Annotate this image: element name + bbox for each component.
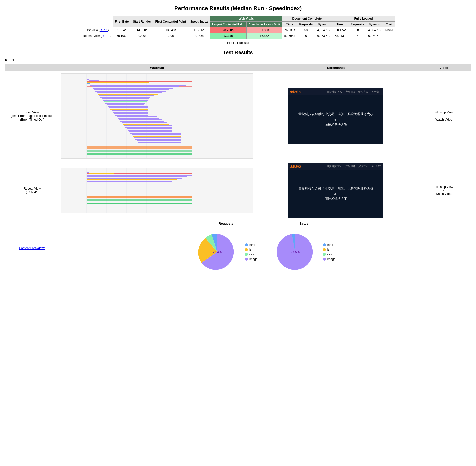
svg-rect-29 <box>110 109 148 110</box>
bytes-chart-and-legend: 97.5% html js <box>273 229 336 274</box>
legend-dot-css-bytes <box>323 253 326 256</box>
performance-table: First Byte Start Render First Contentful… <box>81 16 395 39</box>
svg-rect-71 <box>87 199 192 201</box>
cell-fv-start-render: 14.000s <box>131 27 153 33</box>
svg-rect-27 <box>108 106 148 107</box>
results-table: Waterfall Screenshot Video First View(Te… <box>5 64 471 276</box>
svg-rect-35 <box>118 118 159 119</box>
screenshot-logo-rv: 量投科技 <box>290 165 301 168</box>
legend-item-css-req: css <box>245 253 258 256</box>
cell-rv-cost <box>383 33 395 39</box>
legend-dot-html-req <box>245 243 248 246</box>
repeat-view-waterfall-img[interactable] <box>61 168 253 213</box>
svg-rect-40 <box>124 125 172 126</box>
svg-rect-46 <box>132 134 181 135</box>
cell-rv-doc-requests: 6 <box>297 33 315 39</box>
svg-rect-52 <box>87 146 192 149</box>
filmstrip-view-link-fv[interactable]: Filmstrip View <box>435 111 453 114</box>
svg-rect-33 <box>115 115 148 116</box>
svg-rect-63 <box>87 172 89 173</box>
svg-rect-12 <box>87 83 90 84</box>
svg-rect-41 <box>125 127 172 128</box>
col-header-fl-time: Time <box>332 22 348 27</box>
svg-rect-54 <box>87 153 192 155</box>
col-header-web-vitals: Web Vitals <box>210 16 282 22</box>
screenshot-logo: 量投科技 <box>290 90 301 94</box>
svg-rect-48 <box>134 137 181 138</box>
svg-rect-34 <box>117 116 157 117</box>
run1-link-fv[interactable]: Run 1 <box>100 28 108 32</box>
first-view-label: First View(Test Error: Page Load Timeout… <box>5 71 59 161</box>
col-header-doc-bytes: Bytes In <box>315 22 332 27</box>
svg-rect-39 <box>123 124 169 125</box>
svg-rect-17 <box>95 91 166 92</box>
screenshot-nav: 量投科技 首页 产品服务 解决方案 关于我们 <box>327 90 381 94</box>
col-header-speed-index: Speed Index <box>188 16 210 27</box>
legend-item-image-req: image <box>245 257 258 261</box>
svg-rect-32 <box>114 113 148 114</box>
content-breakdown-link[interactable]: Content Breakdown <box>19 246 45 250</box>
repeat-waterfall-svg <box>61 168 252 213</box>
svg-rect-53 <box>87 150 192 152</box>
first-view-screenshot-cell: 量投科技 量投科技 首页 产品服务 解决方案 关于我们 量投科技以金融行业交易、… <box>255 71 417 161</box>
cell-rv-lcp: 2.181s <box>210 33 247 39</box>
bytes-legend: html js css <box>323 243 336 261</box>
plot-full-results-link[interactable]: Plot Full Results <box>227 41 249 45</box>
cell-rv-doc-bytes: 6,273 KB <box>315 33 332 39</box>
screenshot-content: 量投科技以金融行业交易、清算、风险管理业务为核心面技术解决方案 <box>293 112 378 127</box>
col-header-doc-complete: Document Complete <box>282 16 332 22</box>
run1-link-rv[interactable]: Run 1 <box>102 34 110 38</box>
repeat-view-waterfall-cell <box>59 161 255 220</box>
cell-rv-fl-requests: 7 <box>348 33 366 39</box>
table-row: First View(Test Error: Page Load Timeout… <box>5 71 471 161</box>
content-breakdown-charts-cell: Requests <box>59 220 471 276</box>
results-col-waterfall: Waterfall <box>59 64 255 71</box>
svg-rect-51 <box>138 142 181 143</box>
filmstrip-view-link-rv[interactable]: Filmstrip View <box>435 185 453 189</box>
col-header-fl-requests: Requests <box>348 22 366 27</box>
col-header-lcp: Largest Contentful Paint <box>210 22 247 27</box>
col-header-doc-time: Time <box>282 22 297 27</box>
legend-item-html-bytes: html <box>323 243 336 247</box>
first-view-video-cell: Filmstrip View - Watch Video <box>417 71 471 161</box>
svg-rect-70 <box>87 196 192 198</box>
content-breakdown-row: Content Breakdown Requests <box>5 220 471 276</box>
svg-rect-67 <box>87 178 182 179</box>
cell-fv-lcp: 28.730s <box>210 27 247 33</box>
requests-chart-container: Requests <box>195 222 258 274</box>
first-view-waterfall-img[interactable] <box>61 73 253 159</box>
legend-label-js-req: js <box>249 248 252 251</box>
svg-rect-37 <box>120 121 164 122</box>
svg-rect-42 <box>127 128 172 129</box>
watch-video-link-fv[interactable]: Watch Video <box>435 118 452 121</box>
legend-dot-image-bytes <box>323 258 326 261</box>
svg-rect-26 <box>107 104 144 105</box>
content-breakdown-label-cell: Content Breakdown <box>5 220 59 276</box>
cell-rv-fcp: 1.998s <box>153 33 188 39</box>
svg-rect-24 <box>104 101 147 102</box>
watch-video-link-rv[interactable]: Watch Video <box>435 192 452 196</box>
row-label-first-view: First View (Run 1) <box>81 27 113 33</box>
test-results-title: Test Results <box>5 50 471 55</box>
col-header-cost: Cost <box>383 22 395 27</box>
svg-rect-18 <box>97 92 162 93</box>
legend-item-html-req: html <box>245 243 258 247</box>
cell-fv-cls: 31.853 <box>246 27 282 33</box>
cell-fv-doc-time: 76.030s <box>282 27 297 33</box>
results-col-video: Video <box>417 64 471 71</box>
legend-label-css-req: css <box>249 253 254 256</box>
cell-rv-start-render: 2.200s <box>131 33 153 39</box>
legend-item-js-req: js <box>245 248 258 251</box>
svg-rect-25 <box>105 103 145 104</box>
legend-item-js-bytes: js <box>323 248 336 251</box>
svg-rect-9 <box>87 79 89 80</box>
screenshot-nav-rv: 量投科技 首页 产品服务 解决方案 关于我们 <box>327 165 381 168</box>
breakdown-charts-container: Requests <box>62 222 468 274</box>
svg-rect-69 <box>87 181 172 182</box>
cell-rv-speed-index: 8.745s <box>188 33 210 39</box>
legend-dot-css-req <box>245 253 248 256</box>
performance-table-wrapper: First Byte Start Render First Contentful… <box>5 16 471 39</box>
results-col-empty <box>5 64 59 71</box>
col-header-fl-bytes: Bytes In <box>366 22 383 27</box>
repeat-view-screenshot: 量投科技 量投科技 首页 产品服务 解决方案 关于我们 量投科技以金融行业交易、… <box>288 163 383 218</box>
